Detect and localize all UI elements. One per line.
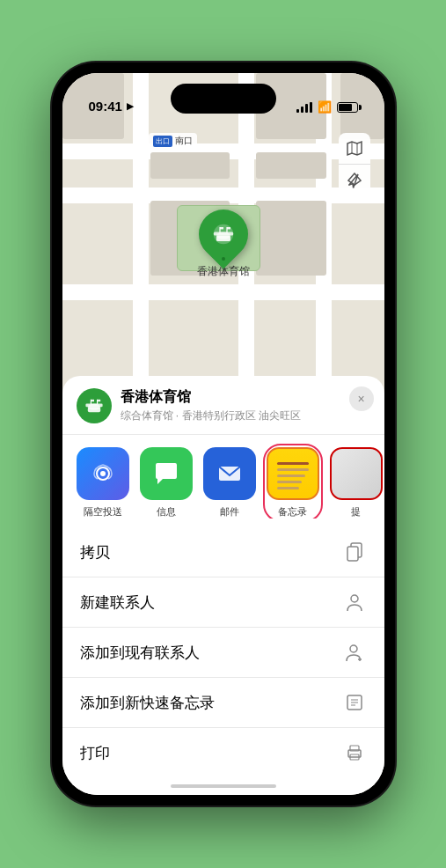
svg-rect-7 xyxy=(227,227,230,229)
status-icons: 📶 xyxy=(296,100,358,114)
share-item-notes[interactable]: 备忘录 xyxy=(267,447,319,519)
share-item-mail[interactable]: 邮件 xyxy=(203,447,256,519)
add-contact-label: 添加到现有联系人 xyxy=(80,643,200,663)
airdrop-svg xyxy=(89,460,117,488)
bottom-sheet: 香港体育馆 综合体育馆 · 香港特别行政区 油尖旺区 × xyxy=(62,376,384,795)
status-time: 09:41 ▶ xyxy=(89,99,134,114)
svg-point-21 xyxy=(350,645,357,652)
mail-label: 邮件 xyxy=(220,505,239,519)
wifi-icon: 📶 xyxy=(318,100,332,114)
notes-icon xyxy=(267,447,319,500)
place-info: 香港体育馆 综合体育馆 · 香港特别行政区 油尖旺区 xyxy=(121,388,370,423)
label-text: 南口 xyxy=(175,135,193,147)
messages-icon xyxy=(140,447,193,500)
airdrop-label: 隔空投送 xyxy=(84,505,122,519)
phone-frame: 09:41 ▶ 📶 xyxy=(52,63,395,805)
location-arrow-icon xyxy=(347,173,362,188)
share-row: 隔空投送 信息 xyxy=(62,435,384,519)
person-add-icon xyxy=(342,640,367,665)
svg-rect-10 xyxy=(85,404,102,408)
person-icon xyxy=(342,590,367,614)
dynamic-island xyxy=(171,84,276,114)
svg-rect-19 xyxy=(347,547,358,561)
print-label: 打印 xyxy=(80,743,110,763)
signal-icon xyxy=(296,102,312,113)
map-type-button[interactable] xyxy=(339,133,370,165)
location-arrow-icon: ▶ xyxy=(127,101,134,111)
print-icon xyxy=(342,740,367,765)
action-list: 拷贝 新建联系人 xyxy=(62,527,384,777)
close-button[interactable]: × xyxy=(349,386,374,411)
copy-label: 拷贝 xyxy=(80,542,110,563)
exit-badge: 出口 xyxy=(153,136,172,147)
svg-point-16 xyxy=(100,471,106,476)
quick-note-label: 添加到新快速备忘录 xyxy=(80,693,215,713)
time-display: 09:41 xyxy=(89,99,122,114)
battery-icon xyxy=(337,102,358,113)
share-item-messages[interactable]: 信息 xyxy=(140,447,193,519)
svg-rect-6 xyxy=(220,227,223,229)
svg-rect-13 xyxy=(91,400,94,401)
place-icon xyxy=(77,388,112,423)
share-item-airdrop[interactable]: 隔空投送 xyxy=(77,447,129,519)
new-contact-label: 新建联系人 xyxy=(80,592,155,613)
stadium-pin[interactable]: 香港体育馆 xyxy=(197,210,250,279)
place-subtitle: 综合体育馆 · 香港特别行政区 油尖旺区 xyxy=(121,408,370,423)
action-copy[interactable]: 拷贝 xyxy=(62,527,384,577)
map-icon xyxy=(346,140,363,158)
note-icon xyxy=(342,690,367,715)
action-quick-note[interactable]: 添加到新快速备忘录 xyxy=(62,678,384,728)
svg-rect-14 xyxy=(97,400,100,401)
more-icon xyxy=(330,447,383,500)
action-add-contact[interactable]: 添加到现有联系人 xyxy=(62,628,384,678)
svg-rect-3 xyxy=(213,232,232,236)
airdrop-icon xyxy=(77,447,129,500)
phone-screen: 09:41 ▶ 📶 xyxy=(62,73,384,795)
action-new-contact[interactable]: 新建联系人 xyxy=(62,577,384,628)
map-controls[interactable] xyxy=(339,133,370,196)
mail-svg xyxy=(216,460,244,488)
messages-svg xyxy=(152,460,180,488)
messages-label: 信息 xyxy=(157,505,176,519)
notes-label: 备忘录 xyxy=(278,505,307,519)
map-label: 出口 南口 xyxy=(149,133,197,149)
map-road xyxy=(62,284,384,300)
action-print[interactable]: 打印 xyxy=(62,728,384,777)
stadium-svg-icon xyxy=(209,220,238,248)
place-card: 香港体育馆 综合体育馆 · 香港特别行政区 油尖旺区 × xyxy=(62,376,384,435)
share-item-more[interactable]: 提 xyxy=(330,447,383,519)
place-name: 香港体育馆 xyxy=(121,388,370,407)
location-button[interactable] xyxy=(339,165,370,196)
mail-icon xyxy=(203,447,256,500)
home-indicator xyxy=(171,784,276,788)
svg-point-20 xyxy=(351,595,358,602)
place-stadium-icon xyxy=(84,395,105,416)
more-label: 提 xyxy=(351,505,361,519)
copy-icon xyxy=(342,540,367,564)
